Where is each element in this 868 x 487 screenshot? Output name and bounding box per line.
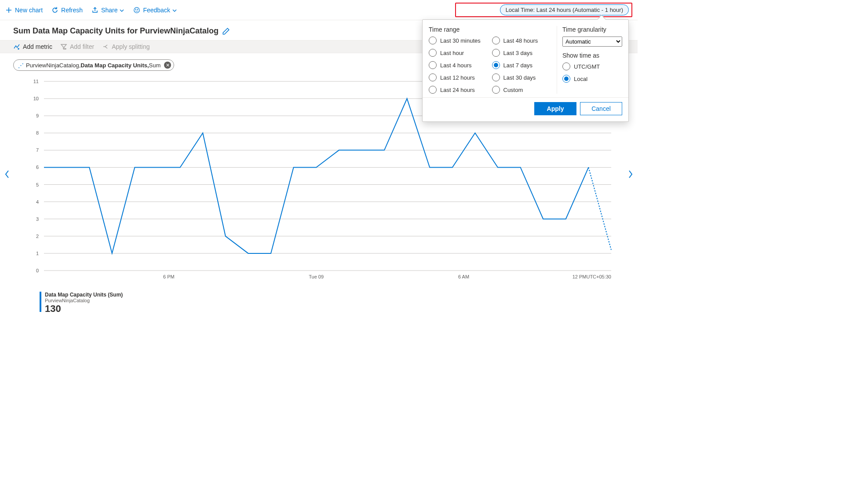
time-range-option-label: Last hour xyxy=(440,50,464,56)
top-toolbar: New chart Refresh Share Feedback xyxy=(0,0,638,20)
time-range-option[interactable]: Last 4 hours xyxy=(429,61,489,69)
svg-text:9: 9 xyxy=(36,113,39,118)
radio-icon xyxy=(562,75,570,83)
add-filter-button[interactable]: Add filter xyxy=(60,43,94,50)
time-range-heading: Time range xyxy=(429,26,551,33)
radio-icon xyxy=(492,73,500,81)
metric-pill[interactable]: ⋰ PurviewNinjaCatalog, Data Map Capacity… xyxy=(13,59,174,71)
svg-text:4: 4 xyxy=(36,199,39,205)
chevron-down-icon xyxy=(172,7,177,13)
metric-pill-remove[interactable]: ✕ xyxy=(164,62,171,69)
time-picker-pill[interactable]: Local Time: Last 24 hours (Automatic - 1… xyxy=(500,4,629,15)
share-icon xyxy=(91,7,98,14)
granularity-select[interactable]: Automatic xyxy=(562,37,622,47)
add-metric-icon xyxy=(13,43,20,50)
apply-splitting-label: Apply splitting xyxy=(112,43,150,50)
apply-splitting-button[interactable]: Apply splitting xyxy=(102,43,150,50)
metric-pill-metric: Data Map Capacity Units, xyxy=(80,62,149,69)
radio-icon xyxy=(492,49,500,57)
refresh-button[interactable]: Refresh xyxy=(51,7,83,14)
chevron-left-icon xyxy=(4,169,10,179)
show-time-as-label: Local xyxy=(574,76,587,82)
add-filter-label: Add filter xyxy=(70,43,94,50)
refresh-label: Refresh xyxy=(61,7,83,14)
metrics-explorer: New chart Refresh Share Feedback xyxy=(0,0,638,352)
svg-text:6: 6 xyxy=(36,165,39,170)
show-time-as-heading: Show time as xyxy=(562,52,622,59)
new-chart-label: New chart xyxy=(15,7,43,14)
refresh-icon xyxy=(51,7,58,14)
svg-point-4 xyxy=(138,9,138,9)
chevron-right-icon xyxy=(627,169,634,179)
radio-icon xyxy=(429,37,437,44)
radio-icon xyxy=(429,61,437,69)
svg-text:6 PM: 6 PM xyxy=(163,274,175,279)
show-time-as-option[interactable]: UTC/GMT xyxy=(562,62,622,70)
chart-title: Sum Data Map Capacity Units for PurviewN… xyxy=(13,26,219,36)
radio-icon xyxy=(492,37,500,44)
time-range-option[interactable]: Last 3 days xyxy=(492,49,552,57)
metric-pill-agg: Sum xyxy=(149,62,161,69)
radio-icon xyxy=(429,49,437,57)
time-range-option-label: Last 12 hours xyxy=(440,74,475,81)
chevron-down-icon xyxy=(119,7,124,13)
time-range-option-label: Last 7 days xyxy=(503,62,533,69)
svg-text:Tue 09: Tue 09 xyxy=(309,274,324,279)
svg-text:0: 0 xyxy=(36,268,39,273)
add-metric-label: Add metric xyxy=(23,43,52,50)
time-range-option[interactable]: Custom xyxy=(492,86,552,94)
metric-pill-scope: PurviewNinjaCatalog, xyxy=(26,62,80,69)
time-range-option-label: Last 30 days xyxy=(503,74,536,81)
close-icon: ✕ xyxy=(166,62,170,68)
legend-total-value: 130 xyxy=(45,303,123,315)
svg-text:7: 7 xyxy=(36,147,39,153)
next-time-button[interactable] xyxy=(625,167,636,181)
prev-time-button[interactable] xyxy=(2,167,12,181)
split-icon xyxy=(102,43,109,50)
legend-color-swatch xyxy=(40,292,41,312)
time-range-option[interactable]: Last 48 hours xyxy=(492,37,552,44)
time-range-option[interactable]: Last 12 hours xyxy=(429,73,489,81)
radio-icon xyxy=(492,86,500,94)
svg-text:11: 11 xyxy=(33,79,39,84)
svg-text:12 PMUTC+05:30: 12 PMUTC+05:30 xyxy=(573,274,611,279)
share-label: Share xyxy=(101,7,117,14)
chart-legend: Data Map Capacity Units (Sum) PurviewNin… xyxy=(18,288,620,315)
new-chart-button[interactable]: New chart xyxy=(5,7,43,14)
show-time-as-option[interactable]: Local xyxy=(562,75,622,83)
granularity-heading: Time granularity xyxy=(562,26,622,33)
svg-point-3 xyxy=(136,9,136,9)
edit-title-button[interactable] xyxy=(222,27,230,35)
apply-button[interactable]: Apply xyxy=(534,102,576,115)
time-range-option[interactable]: Last 30 days xyxy=(492,73,552,81)
svg-text:3: 3 xyxy=(36,216,39,222)
svg-text:10: 10 xyxy=(33,96,39,101)
time-range-option-label: Last 24 hours xyxy=(440,87,475,93)
time-picker-label: Local Time: Last 24 hours (Automatic - 1… xyxy=(506,7,623,13)
svg-text:1: 1 xyxy=(36,251,39,256)
filter-icon xyxy=(60,43,67,50)
radio-icon xyxy=(492,61,500,69)
time-range-option[interactable]: Last hour xyxy=(429,49,489,57)
add-metric-button[interactable]: Add metric xyxy=(13,43,52,50)
time-range-option[interactable]: Last 7 days xyxy=(492,61,552,69)
radio-icon xyxy=(562,62,570,70)
time-range-option-label: Last 3 days xyxy=(503,50,533,56)
svg-point-2 xyxy=(134,7,139,12)
time-range-option[interactable]: Last 24 hours xyxy=(429,86,489,94)
metric-pill-icon: ⋰ xyxy=(18,62,23,69)
time-range-option-label: Last 4 hours xyxy=(440,62,472,69)
time-range-option[interactable]: Last 30 minutes xyxy=(429,37,489,44)
cancel-button[interactable]: Cancel xyxy=(580,102,622,115)
legend-series-name: Data Map Capacity Units (Sum) xyxy=(45,292,123,298)
time-range-section: Time range Last 30 minutesLast 48 hoursL… xyxy=(429,26,557,94)
feedback-button[interactable]: Feedback xyxy=(133,7,177,14)
time-range-option-label: Last 48 hours xyxy=(503,37,538,44)
svg-text:5: 5 xyxy=(36,182,39,187)
share-button[interactable]: Share xyxy=(91,7,124,14)
smiley-icon xyxy=(133,7,140,14)
time-picker-highlight: Local Time: Last 24 hours (Automatic - 1… xyxy=(455,3,632,17)
feedback-label: Feedback xyxy=(143,7,170,14)
svg-text:8: 8 xyxy=(36,130,39,135)
time-range-option-label: Custom xyxy=(503,87,523,93)
